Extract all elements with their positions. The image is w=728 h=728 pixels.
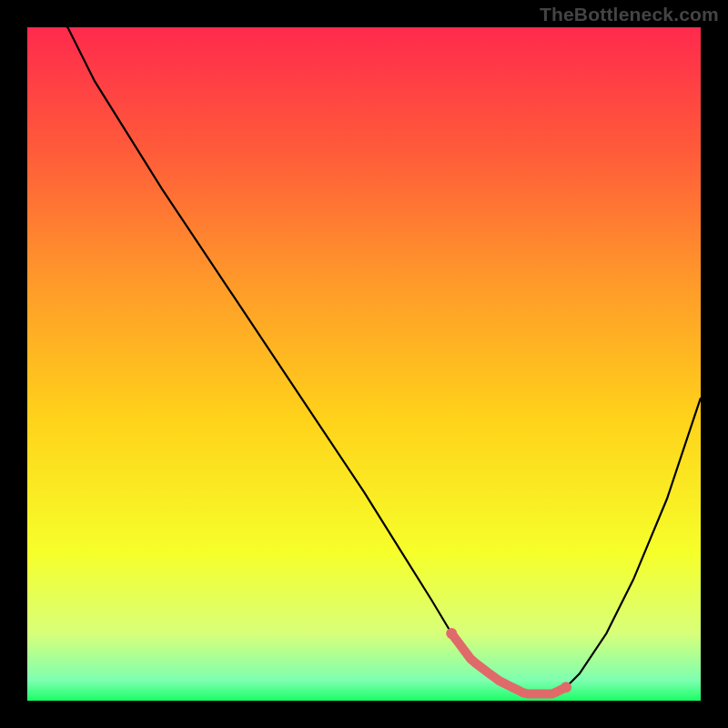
svg-point-2 [561,682,571,693]
watermark-text: TheBottleneck.com [540,4,719,25]
bottleneck-curve [27,27,701,701]
svg-point-1 [446,628,457,639]
